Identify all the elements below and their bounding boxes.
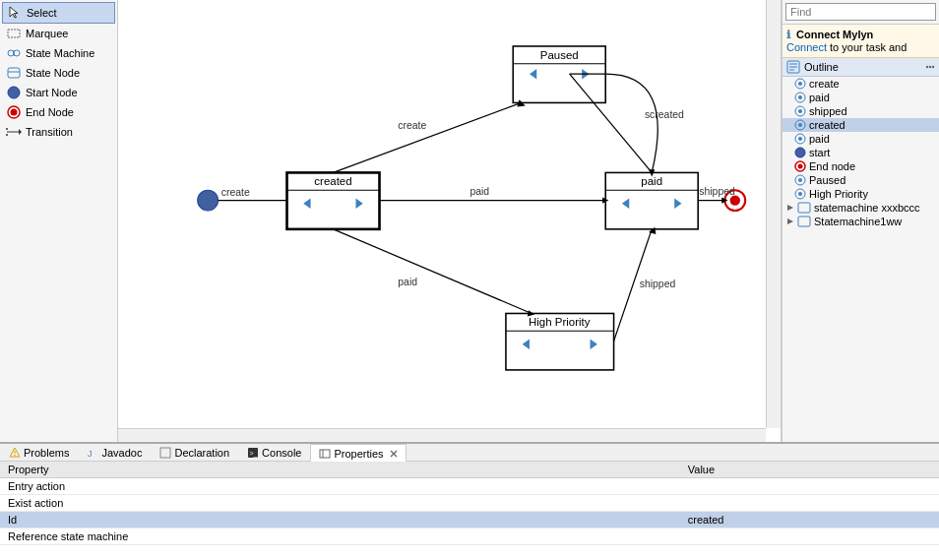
svg-point-83 xyxy=(14,455,15,456)
sidebar-label-marquee: Marquee xyxy=(26,28,68,39)
svg-text:J: J xyxy=(88,449,93,459)
outline-label-paused: Paused xyxy=(809,174,845,186)
connect-mylyn-panel: ℹ Connect Mylyn Connect to your task and xyxy=(782,25,939,58)
svg-text:High Priority: High Priority xyxy=(529,316,591,328)
col-header-value: Value xyxy=(680,462,939,478)
state-item-icon5 xyxy=(794,133,806,145)
state-item-icon6 xyxy=(794,174,806,186)
expand-icon2 xyxy=(786,218,794,225)
value-cell-exist xyxy=(680,495,939,512)
javadoc-icon: J xyxy=(87,447,98,459)
outline-item-paid2[interactable]: paid xyxy=(782,132,939,146)
svg-text:create: create xyxy=(221,187,250,198)
outline-item-end-node[interactable]: End node xyxy=(782,159,939,173)
value-cell-ref xyxy=(680,529,939,545)
tab-properties[interactable]: Properties xyxy=(310,444,406,462)
table-row[interactable]: Reference state machine xyxy=(0,529,939,545)
outline-label-created: created xyxy=(809,119,845,131)
outline-item-created[interactable]: created xyxy=(782,118,939,132)
value-cell-id: created xyxy=(680,512,939,529)
svg-text:>_: >_ xyxy=(250,450,258,458)
outline-item-shipped[interactable]: shipped xyxy=(782,104,939,118)
sidebar-label-state-node: State Node xyxy=(26,67,80,79)
sidebar-item-state-machine[interactable]: State Machine xyxy=(2,43,115,63)
property-cell-entry: Entry action xyxy=(0,478,680,495)
outline-icon xyxy=(786,60,800,74)
svg-point-65 xyxy=(798,109,802,113)
outline-section-label2: Statemachine1ww xyxy=(814,216,902,227)
outline-label-start: start xyxy=(809,147,830,158)
svg-point-58 xyxy=(929,66,931,68)
outline-item-high-priority[interactable]: High Priority xyxy=(782,187,939,201)
svg-point-69 xyxy=(798,137,802,141)
svg-point-8 xyxy=(11,109,18,116)
sidebar: Select Marquee State Machine State Node xyxy=(0,0,118,442)
outline-section-statemachine2[interactable]: Statemachine1ww xyxy=(782,215,939,228)
svg-marker-10 xyxy=(19,129,22,135)
col-header-property: Property xyxy=(0,462,680,478)
svg-rect-0 xyxy=(8,30,20,37)
connect-mylyn-title: Connect Mylyn xyxy=(796,29,873,40)
bottom-tab-bar: Problems J Javadoc Declaration >_ Consol… xyxy=(0,444,939,462)
svg-point-67 xyxy=(798,123,802,127)
transition-icon xyxy=(6,124,22,140)
tab-label-declaration: Declaration xyxy=(174,447,229,459)
sidebar-label-select: Select xyxy=(27,7,57,19)
canvas-vertical-scrollbar[interactable] xyxy=(766,0,781,428)
state-item-icon4 xyxy=(794,119,806,131)
table-row-id[interactable]: Id created xyxy=(0,512,939,529)
properties-table: Property Value Entry action Exist action… xyxy=(0,462,939,545)
connect-suffix: to your task and xyxy=(830,41,907,53)
canvas-container[interactable]: create Paused created xyxy=(118,0,782,442)
outline-menu-icon[interactable] xyxy=(925,62,935,72)
tab-declaration[interactable]: Declaration xyxy=(151,444,238,461)
outline-item-paid1[interactable]: paid xyxy=(782,91,939,104)
diagram-canvas[interactable]: create Paused created xyxy=(118,0,781,442)
outline-label-paid1: paid xyxy=(809,92,830,103)
outline-item-create[interactable]: create xyxy=(782,77,939,91)
sidebar-item-start-node[interactable]: Start Node xyxy=(2,83,115,102)
outline-item-start[interactable]: start xyxy=(782,146,939,159)
outline-section-label1: statemachine xxxbccc xyxy=(814,202,920,214)
svg-text:created: created xyxy=(314,175,351,187)
sidebar-item-select[interactable]: Select xyxy=(2,2,115,24)
tab-close-icon[interactable] xyxy=(390,450,398,458)
svg-text:paid: paid xyxy=(641,175,662,187)
outline-item-paused[interactable]: Paused xyxy=(782,173,939,187)
svg-point-57 xyxy=(926,66,928,68)
svg-rect-78 xyxy=(798,203,810,213)
property-cell-ref: Reference state machine xyxy=(0,529,680,545)
sidebar-item-marquee[interactable]: Marquee xyxy=(2,24,115,43)
warning-icon xyxy=(9,447,21,459)
find-input[interactable] xyxy=(785,3,936,21)
sidebar-item-state-node[interactable]: State Node xyxy=(2,63,115,83)
tab-javadoc[interactable]: J Javadoc xyxy=(78,444,151,461)
sidebar-label-start-node: Start Node xyxy=(26,87,78,98)
outline-label-end-node: End node xyxy=(809,160,855,172)
outline-title: Outline xyxy=(804,61,839,73)
find-bar xyxy=(782,0,939,25)
outline-header: Outline xyxy=(782,58,939,77)
svg-text:shipped: shipped xyxy=(640,279,676,289)
properties-content: Property Value Entry action Exist action… xyxy=(0,462,939,560)
outline-label-high-priority: High Priority xyxy=(809,188,868,200)
sidebar-item-end-node[interactable]: End Node xyxy=(2,102,115,122)
svg-point-74 xyxy=(798,178,802,182)
svg-rect-4 xyxy=(8,68,20,78)
table-row[interactable]: Entry action xyxy=(0,478,939,495)
canvas-horizontal-scrollbar[interactable] xyxy=(118,428,766,442)
svg-point-76 xyxy=(798,192,802,196)
sidebar-item-transition[interactable]: Transition xyxy=(2,122,115,142)
table-row[interactable]: Exist action xyxy=(0,495,939,512)
main-area: Select Marquee State Machine State Node xyxy=(0,0,939,442)
tab-console[interactable]: >_ Console xyxy=(238,444,310,461)
tab-problems[interactable]: Problems xyxy=(0,444,78,461)
outline-section-statemachine1[interactable]: statemachine xxxbccc xyxy=(782,201,939,215)
state-item-icon xyxy=(794,78,806,90)
connect-link[interactable]: Connect xyxy=(786,41,827,53)
declaration-icon xyxy=(159,447,171,459)
console-icon: >_ xyxy=(247,447,259,459)
svg-marker-77 xyxy=(787,205,793,211)
marquee-icon xyxy=(6,26,22,41)
start-node-shape[interactable] xyxy=(198,190,219,211)
